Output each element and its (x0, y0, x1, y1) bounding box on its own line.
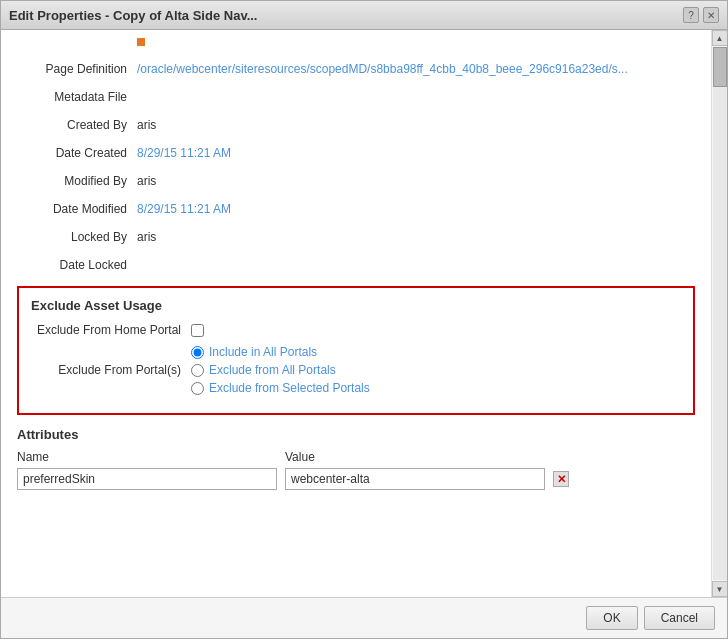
dialog-content: Page Definition /oracle/webcenter/sitere… (1, 30, 727, 597)
exclude-selected-portals-label[interactable]: Exclude from Selected Portals (209, 381, 370, 395)
date-locked-label: Date Locked (17, 256, 137, 274)
metadata-file-label: Metadata File (17, 88, 137, 106)
include-all-portals-label[interactable]: Include in All Portals (209, 345, 317, 359)
page-definition-label: Page Definition (17, 60, 137, 78)
attr-name-input-0[interactable] (17, 468, 277, 490)
metadata-file-row: Metadata File (17, 88, 695, 106)
cancel-button[interactable]: Cancel (644, 606, 715, 630)
exclude-home-portal-label: Exclude From Home Portal (31, 323, 191, 337)
include-all-portals-radio[interactable] (191, 346, 204, 359)
scroll-track (713, 47, 727, 580)
created-by-row: Created By aris (17, 116, 695, 134)
exclude-portals-row: Exclude From Portal(s) Include in All Po… (31, 345, 681, 395)
vertical-scrollbar[interactable]: ▲ ▼ (711, 30, 727, 597)
radio-exclude-all-portals: Exclude from All Portals (191, 363, 370, 377)
date-created-label: Date Created (17, 144, 137, 162)
attr-delete-button-0[interactable]: ✕ (553, 471, 569, 487)
dialog-titlebar: Edit Properties - Copy of Alta Side Nav.… (1, 1, 727, 30)
exclude-home-portal-row: Exclude From Home Portal (31, 323, 681, 337)
exclude-home-portal-checkbox[interactable] (191, 324, 204, 337)
date-modified-value: 8/29/15 11:21 AM (137, 200, 231, 218)
exclude-asset-usage-section: Exclude Asset Usage Exclude From Home Po… (17, 286, 695, 415)
locked-by-label: Locked By (17, 228, 137, 246)
locked-by-value: aris (137, 228, 156, 246)
titlebar-icons: ? ✕ (683, 7, 719, 23)
modified-by-label: Modified By (17, 172, 137, 190)
main-area: Page Definition /oracle/webcenter/sitere… (1, 30, 711, 597)
created-by-value: aris (137, 116, 156, 134)
dialog-title: Edit Properties - Copy of Alta Side Nav.… (9, 8, 258, 23)
attr-value-input-0[interactable] (285, 468, 545, 490)
date-created-row: Date Created 8/29/15 11:21 AM (17, 144, 695, 162)
exclude-all-portals-label[interactable]: Exclude from All Portals (209, 363, 336, 377)
radio-include-all-portals: Include in All Portals (191, 345, 370, 359)
edit-properties-dialog: Edit Properties - Copy of Alta Side Nav.… (0, 0, 728, 639)
date-modified-label: Date Modified (17, 200, 137, 218)
page-definition-row: Page Definition /oracle/webcenter/sitere… (17, 60, 695, 78)
exclude-home-portal-checkbox-wrapper (191, 324, 204, 337)
attr-value-header: Value (285, 450, 545, 464)
scroll-up-arrow[interactable]: ▲ (712, 30, 728, 46)
page-definition-value: /oracle/webcenter/siteresources/scopedMD… (137, 60, 628, 78)
scroll-thumb[interactable] (713, 47, 727, 87)
attr-name-header: Name (17, 450, 277, 464)
attributes-title: Attributes (17, 427, 695, 442)
exclude-all-portals-radio[interactable] (191, 364, 204, 377)
orange-indicator (137, 38, 145, 46)
attr-row-0: ✕ (17, 468, 695, 490)
ok-button[interactable]: OK (586, 606, 637, 630)
help-icon: ? (688, 10, 694, 21)
exclude-portals-label: Exclude From Portal(s) (31, 363, 191, 377)
close-icon-button[interactable]: ✕ (703, 7, 719, 23)
attributes-header-row: Name Value (17, 450, 695, 464)
date-modified-row: Date Modified 8/29/15 11:21 AM (17, 200, 695, 218)
date-created-value: 8/29/15 11:21 AM (137, 144, 231, 162)
locked-by-row: Locked By aris (17, 228, 695, 246)
modified-by-row: Modified By aris (17, 172, 695, 190)
close-icon: ✕ (707, 10, 715, 21)
created-by-label: Created By (17, 116, 137, 134)
modified-by-value: aris (137, 172, 156, 190)
attributes-section: Attributes Name Value ✕ (17, 427, 695, 490)
radio-exclude-selected-portals: Exclude from Selected Portals (191, 381, 370, 395)
exclude-selected-portals-radio[interactable] (191, 382, 204, 395)
help-icon-button[interactable]: ? (683, 7, 699, 23)
date-locked-row: Date Locked (17, 256, 695, 274)
exclude-portals-radio-group: Include in All Portals Exclude from All … (191, 345, 370, 395)
exclude-section-title: Exclude Asset Usage (31, 298, 681, 313)
dialog-footer: OK Cancel (1, 597, 727, 638)
scroll-down-arrow[interactable]: ▼ (712, 581, 728, 597)
